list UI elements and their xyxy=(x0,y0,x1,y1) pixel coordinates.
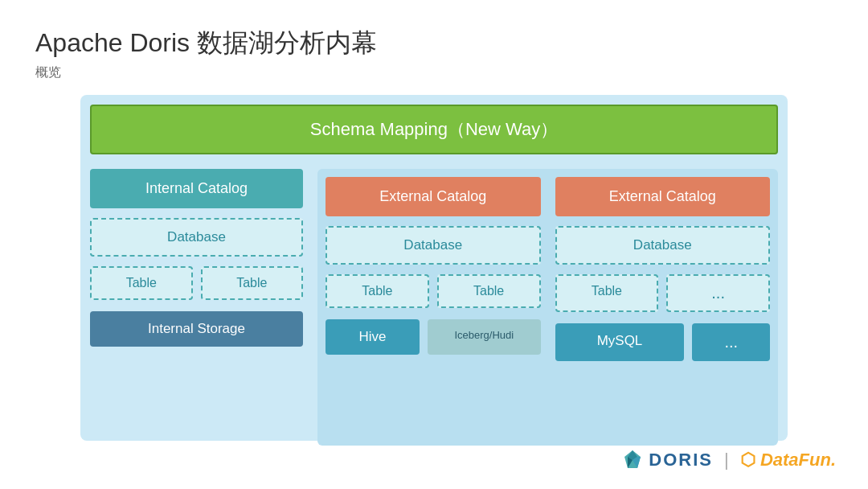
subtitle: 概览 xyxy=(35,64,377,81)
page-title-area: Apache Doris 数据湖分析内幕 概览 xyxy=(35,26,377,81)
datafun-label: DataFun. xyxy=(760,450,836,470)
internal-catalog-column: Internal Catalog Database Table Table In… xyxy=(90,169,303,446)
table-box-1: Table xyxy=(90,266,193,300)
diagram-container: Schema Mapping（New Way） Internal Catalog… xyxy=(80,95,788,441)
main-title: Apache Doris 数据湖分析内幕 xyxy=(35,26,377,61)
storage-row-ext1: Hive Iceberg/Hudi xyxy=(326,319,541,355)
storage-mysql-box: MySQL xyxy=(555,323,685,361)
doris-text: DORIS xyxy=(649,450,713,471)
logo-divider: | xyxy=(724,450,729,471)
storage-iceberg-box: Iceberg/Hudi xyxy=(428,319,540,355)
table-box-2: Table xyxy=(201,266,304,300)
database-box-3: Database xyxy=(555,226,771,265)
storage-internal-box: Internal Storage xyxy=(90,311,303,347)
logo-area: DORIS | ⬡ DataFun. xyxy=(621,449,836,471)
external-catalog-col-2: External Catalog Database Table ... MySQ… xyxy=(555,177,771,438)
doris-logo: DORIS xyxy=(621,449,713,471)
tables-row-2: Table Table xyxy=(326,274,541,308)
table-box-5: Table xyxy=(555,274,659,312)
table-box-4: Table xyxy=(437,274,541,308)
external-catalog-box-1: External Catalog xyxy=(326,177,541,216)
storage-hive-box: Hive xyxy=(326,319,420,355)
schema-bar: Schema Mapping（New Way） xyxy=(90,105,778,154)
datafun-text: ⬡ DataFun. xyxy=(740,450,836,471)
tables-row-1: Table Table xyxy=(90,266,303,300)
table-box-3: Table xyxy=(326,274,429,308)
internal-catalog-box: Internal Catalog xyxy=(90,169,303,208)
database-box-1: Database xyxy=(90,218,303,257)
datafun-d-icon: ⬡ xyxy=(740,450,755,470)
external-catalogs-group: External Catalog Database Table Table Hi… xyxy=(317,169,778,446)
storage-dots-box: ... xyxy=(692,323,770,361)
tables-row-3: Table ... xyxy=(555,274,771,312)
doris-diamond-icon xyxy=(621,449,644,471)
database-box-2: Database xyxy=(326,226,541,265)
table-box-dots: ... xyxy=(666,274,770,312)
external-catalog-box-2: External Catalog xyxy=(555,177,771,216)
storage-row-internal: Internal Storage xyxy=(90,311,303,347)
external-catalog-col-1: External Catalog Database Table Table Hi… xyxy=(326,177,541,438)
storage-row-ext2: MySQL ... xyxy=(555,323,771,361)
